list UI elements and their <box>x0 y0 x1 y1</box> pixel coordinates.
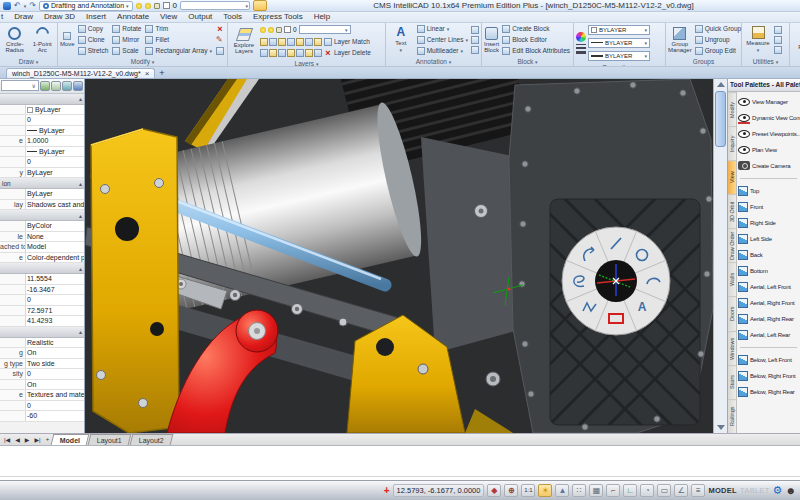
prop-row[interactable]: 0 <box>0 401 84 412</box>
group-edit-button[interactable]: Group Edit <box>694 46 743 56</box>
app-icon[interactable] <box>3 2 11 10</box>
palette-item-below-left-front[interactable]: Below, Left Front <box>737 352 800 368</box>
move-button[interactable]: Move <box>60 24 75 56</box>
tab-layout2[interactable]: Layout2 <box>130 434 174 445</box>
trim-button[interactable]: Trim <box>144 24 213 34</box>
multileader-button[interactable]: Multileader▾ <box>416 46 469 56</box>
edit-length-button[interactable]: ✎ <box>215 35 225 45</box>
menu-item-insert[interactable]: Insert <box>86 12 106 21</box>
workspace-select[interactable]: Drafting and Annotation ▾ <box>39 1 133 11</box>
grid-icon[interactable]: ▦ <box>589 484 603 497</box>
mirror-button[interactable]: Mirror <box>111 35 142 45</box>
menu-item-draw[interactable]: Draw <box>14 12 33 21</box>
layer-bulb-icon[interactable] <box>260 27 266 33</box>
section-misc[interactable]: ▴ <box>0 327 84 338</box>
table-icon[interactable] <box>471 26 479 34</box>
palette-scrollbar[interactable] <box>713 79 727 433</box>
section-view[interactable]: ▴ <box>0 263 84 274</box>
section-plot-style[interactable]: ▴ <box>0 210 84 221</box>
prop-row[interactable]: 41.4293 <box>0 316 84 327</box>
scroll-down-icon[interactable] <box>717 425 725 430</box>
tab-model[interactable]: Model <box>51 434 90 445</box>
annotation-visibility-icon[interactable]: ☀ <box>538 484 552 497</box>
menu-item-help[interactable]: Help <box>314 12 330 21</box>
id-point-icon[interactable] <box>774 26 782 34</box>
prop-row[interactable]: Realistic <box>0 338 84 349</box>
layer-color-swatch[interactable] <box>163 2 170 9</box>
prop-row[interactable]: sity0 <box>0 369 84 380</box>
palette-item-below-right-front[interactable]: Below, Right Front <box>737 368 800 384</box>
palette-tab-inquiry[interactable]: Inquiry <box>728 126 736 160</box>
model-space-toggle[interactable]: MODEL <box>708 486 737 495</box>
prop-row[interactable]: ByLayer <box>0 126 84 137</box>
menu-item-output[interactable]: Output <box>188 12 212 21</box>
menu-item-view[interactable]: View <box>160 12 177 21</box>
section-3d-visualization[interactable]: ion▴ <box>0 178 84 189</box>
command-line[interactable] <box>0 445 800 480</box>
center-lines-button[interactable]: Center Lines▾ <box>416 35 469 45</box>
group-manager-button[interactable]: Group Manager <box>668 24 692 56</box>
edit-block-attributes-button[interactable]: Edit Block Attributes <box>501 46 571 56</box>
document-tab[interactable]: winch_D1250C-M5-M112-V12-2_v0.dwg* × <box>6 68 155 78</box>
prop-row[interactable]: layShadows cast and r... <box>0 200 84 211</box>
insert-block-button[interactable]: Insert Block <box>484 24 499 56</box>
scale-button[interactable]: Scale <box>111 46 142 56</box>
dynamic-ucs-icon[interactable]: ▭ <box>657 484 671 497</box>
annotation-scale-icon[interactable]: 1:1 <box>521 484 535 497</box>
menu-item-tools[interactable]: Tools <box>223 12 242 21</box>
settings-gear-icon[interactable]: ⚙ <box>773 484 783 497</box>
prop-row[interactable]: e1.0000 <box>0 136 84 147</box>
palette-tab-railings[interactable]: Railings <box>728 399 736 433</box>
prop-row[interactable]: On <box>0 380 84 391</box>
layer-tools-row1[interactable] <box>260 38 322 46</box>
measure-button[interactable]: Measure ▾ <box>744 24 772 56</box>
block-group-label[interactable]: Block ▾ <box>482 57 573 66</box>
prop-row[interactable]: ByLayer <box>0 147 84 158</box>
undo-caret-icon[interactable]: ▾ <box>24 3 27 9</box>
palette-item-back[interactable]: Back <box>737 247 800 263</box>
prop-row[interactable]: yByLayer <box>0 168 84 179</box>
menu-item-express-tools[interactable]: Express Tools <box>253 12 303 21</box>
layer-delete-button[interactable]: ×Layer Delete <box>323 48 372 58</box>
entity-type-select[interactable]: ∨ <box>1 80 39 91</box>
radial-menu[interactable]: A <box>562 227 670 335</box>
linetype-select[interactable]: BYLAYER▾ <box>588 38 650 48</box>
prop-row[interactable]: -16.3467 <box>0 285 84 296</box>
tool-palettes-title[interactable]: Tool Palettes - All Palettes <box>728 79 800 92</box>
palette-tab-3d-orbit[interactable]: 3D Orbit <box>728 194 736 228</box>
prop-row[interactable]: gOn <box>0 348 84 359</box>
menu-item-annotate[interactable]: Annotate <box>117 12 149 21</box>
user-icon[interactable]: ☻ <box>785 485 796 496</box>
create-block-button[interactable]: Create Block <box>501 24 571 34</box>
wipeout-icon[interactable] <box>471 36 479 44</box>
prop-row[interactable]: ByColor <box>0 221 84 232</box>
palette-item-front[interactable]: Front <box>737 199 800 215</box>
block-editor-button[interactable]: Block Editor <box>501 35 571 45</box>
menu-item-draw3d[interactable]: Draw 3D <box>44 12 75 21</box>
circle-radius-button[interactable]: Circle-Radius <box>2 24 28 56</box>
palette-item-preset-viewpoints[interactable]: Preset Viewpoints... <box>737 126 800 142</box>
scroll-up-icon[interactable] <box>717 82 725 87</box>
entity-tracking-icon[interactable]: ◔ <box>640 484 654 497</box>
area-icon[interactable] <box>774 36 782 44</box>
palette-tab-stairs[interactable]: Stairs <box>728 365 736 399</box>
palette-tab-modify[interactable]: Modify <box>728 92 736 126</box>
quick-select-icon[interactable] <box>40 81 50 91</box>
isometric-grid-icon[interactable]: ∷ <box>572 484 586 497</box>
layer-lock-icon[interactable] <box>276 27 282 33</box>
quick-group-button[interactable]: Quick Group <box>694 24 743 34</box>
viewport-3d-model[interactable]: A <box>85 79 713 433</box>
palette-item-right-side[interactable]: Right Side <box>737 215 800 231</box>
color-select[interactable]: BYLAYER▾ <box>588 25 650 35</box>
prop-row[interactable]: ByLayer <box>0 189 84 200</box>
drawing-viewport[interactable]: A <box>85 79 713 433</box>
menu-item-partial[interactable]: t <box>1 12 3 21</box>
layer-sun-icon[interactable] <box>268 27 274 33</box>
new-document-button[interactable]: + <box>159 68 164 78</box>
layer-properties-button[interactable] <box>253 0 267 11</box>
palette-tab-doors[interactable]: Doors <box>728 296 736 330</box>
palette-item-top[interactable]: Top <box>737 183 800 199</box>
explore-layers-button[interactable]: Explore Layers <box>230 24 258 58</box>
text-button[interactable]: A Text ▾ <box>388 24 414 56</box>
palette-item-aerial-left-front[interactable]: Aerial, Left Front <box>737 279 800 295</box>
